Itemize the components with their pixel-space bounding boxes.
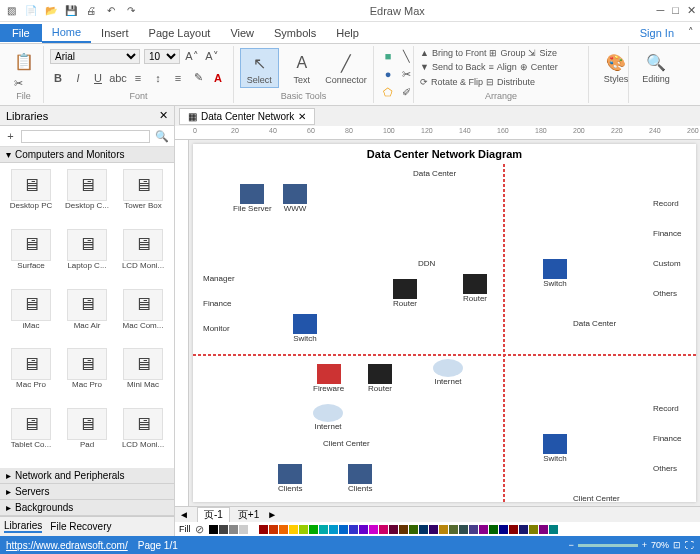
pentagon-icon[interactable]: ⬠ bbox=[380, 84, 396, 100]
bottom-tab-libraries[interactable]: Libraries bbox=[4, 520, 42, 533]
zoom-out-icon[interactable]: − bbox=[568, 540, 573, 550]
lib-section-network[interactable]: ▸Network and Peripherals bbox=[0, 468, 174, 484]
collapse-ribbon-icon[interactable]: ˄ bbox=[682, 26, 700, 39]
color-swatch[interactable] bbox=[229, 525, 238, 534]
bring-front-icon[interactable]: ▲ bbox=[420, 48, 429, 58]
color-swatch[interactable] bbox=[269, 525, 278, 534]
font-name-select[interactable]: Arial bbox=[50, 49, 140, 64]
zoom-slider[interactable] bbox=[578, 544, 638, 547]
bold-icon[interactable]: B bbox=[50, 70, 66, 86]
color-swatch[interactable] bbox=[439, 525, 448, 534]
italic-icon[interactable]: I bbox=[70, 70, 86, 86]
switch-icon[interactable] bbox=[293, 314, 317, 334]
shape-item[interactable]: 🖥Tower Box bbox=[116, 167, 170, 225]
open-icon[interactable]: 📂 bbox=[44, 4, 58, 18]
distribute-icon[interactable]: ⊟ bbox=[486, 77, 494, 87]
editing-button[interactable]: 🔍Editing bbox=[635, 48, 677, 86]
tab-insert[interactable]: Insert bbox=[91, 24, 139, 42]
file-tab[interactable]: File bbox=[0, 24, 42, 42]
lib-section-computers[interactable]: ▾Computers and Monitors bbox=[0, 147, 174, 163]
decrease-font-icon[interactable]: A˅ bbox=[204, 48, 220, 64]
font-color-icon[interactable]: A bbox=[210, 70, 226, 86]
search-icon[interactable]: 🔍 bbox=[154, 128, 170, 144]
sign-in-link[interactable]: Sign In bbox=[640, 27, 682, 39]
color-swatch[interactable] bbox=[499, 525, 508, 534]
next-page-icon[interactable]: ► bbox=[267, 509, 277, 520]
print-icon[interactable]: 🖨 bbox=[84, 4, 98, 18]
color-swatch[interactable] bbox=[289, 525, 298, 534]
lib-section-servers[interactable]: ▸Servers bbox=[0, 484, 174, 500]
undo-icon[interactable]: ↶ bbox=[104, 4, 118, 18]
color-swatch[interactable] bbox=[529, 525, 538, 534]
close-icon[interactable]: ✕ bbox=[687, 4, 696, 17]
color-swatch[interactable] bbox=[359, 525, 368, 534]
shape-item[interactable]: 🖥LCD Moni... bbox=[116, 406, 170, 464]
zoom-in-icon[interactable]: + bbox=[642, 540, 647, 550]
new-icon[interactable]: 📄 bbox=[24, 4, 38, 18]
color-swatch[interactable] bbox=[209, 525, 218, 534]
color-swatch[interactable] bbox=[419, 525, 428, 534]
square-shape-icon[interactable]: ■ bbox=[380, 48, 396, 64]
bullets-icon[interactable]: ≡ bbox=[130, 70, 146, 86]
increase-font-icon[interactable]: A˄ bbox=[184, 48, 200, 64]
color-swatch[interactable] bbox=[249, 525, 258, 534]
color-swatch[interactable] bbox=[309, 525, 318, 534]
shape-item[interactable]: 🖥Surface bbox=[4, 227, 58, 285]
document-tab[interactable]: ▦ Data Center Network ✕ bbox=[179, 108, 315, 125]
shape-item[interactable]: 🖥Pad bbox=[60, 406, 114, 464]
color-swatch[interactable] bbox=[509, 525, 518, 534]
add-page-tab[interactable]: 页+1 bbox=[238, 508, 259, 522]
color-swatch[interactable] bbox=[449, 525, 458, 534]
color-swatch[interactable] bbox=[539, 525, 548, 534]
no-fill-icon[interactable]: ⊘ bbox=[192, 521, 208, 537]
library-search-input[interactable] bbox=[21, 130, 150, 143]
color-swatch[interactable] bbox=[349, 525, 358, 534]
color-swatch[interactable] bbox=[329, 525, 338, 534]
spacing-icon[interactable]: ↕ bbox=[150, 70, 166, 86]
color-swatch[interactable] bbox=[469, 525, 478, 534]
shape-item[interactable]: 🖥Laptop C... bbox=[60, 227, 114, 285]
prev-page-icon[interactable]: ◄ bbox=[179, 509, 189, 520]
fit-page-icon[interactable]: ⊡ bbox=[673, 540, 681, 550]
router-icon[interactable] bbox=[393, 279, 417, 299]
shape-item[interactable]: 🖥Mac Pro bbox=[4, 346, 58, 404]
copy-icon[interactable]: ✂ bbox=[10, 75, 26, 91]
minimize-icon[interactable]: ─ bbox=[657, 4, 665, 17]
circle-shape-icon[interactable]: ● bbox=[380, 66, 396, 82]
line-shape-icon[interactable]: ╲ bbox=[398, 48, 414, 64]
server-icon[interactable] bbox=[240, 184, 264, 204]
cloud-icon[interactable] bbox=[433, 359, 463, 377]
color-swatch[interactable] bbox=[459, 525, 468, 534]
tab-home[interactable]: Home bbox=[42, 23, 91, 43]
tab-view[interactable]: View bbox=[220, 24, 264, 42]
color-swatch[interactable] bbox=[519, 525, 528, 534]
shape-item[interactable]: 🖥Tablet Co... bbox=[4, 406, 58, 464]
align-arr-icon[interactable]: ≡ bbox=[488, 62, 493, 72]
color-swatch[interactable] bbox=[389, 525, 398, 534]
lib-add-icon[interactable]: + bbox=[4, 128, 17, 144]
color-swatch[interactable] bbox=[429, 525, 438, 534]
align-icon[interactable]: ≡ bbox=[170, 70, 186, 86]
maximize-icon[interactable]: □ bbox=[672, 4, 679, 17]
shape-item[interactable]: 🖥Mac Com... bbox=[116, 287, 170, 345]
underline-icon[interactable]: U bbox=[90, 70, 106, 86]
close-panel-icon[interactable]: ✕ bbox=[159, 109, 168, 122]
status-url[interactable]: https://www.edrawsoft.com/ bbox=[6, 540, 128, 551]
connector-tool[interactable]: ╱Connector bbox=[325, 49, 367, 87]
tab-help[interactable]: Help bbox=[326, 24, 369, 42]
router-icon[interactable] bbox=[368, 364, 392, 384]
pc-icon[interactable] bbox=[278, 464, 302, 484]
shape-item[interactable]: 🖥iMac bbox=[4, 287, 58, 345]
pen-icon[interactable]: ✐ bbox=[398, 84, 414, 100]
switch-icon[interactable] bbox=[543, 259, 567, 279]
pc-icon[interactable] bbox=[348, 464, 372, 484]
close-tab-icon[interactable]: ✕ bbox=[298, 111, 306, 122]
cloud-icon[interactable] bbox=[313, 404, 343, 422]
lib-section-backgrounds[interactable]: ▸Backgrounds bbox=[0, 500, 174, 516]
color-swatch[interactable] bbox=[319, 525, 328, 534]
color-swatch[interactable] bbox=[279, 525, 288, 534]
shape-item[interactable]: 🖥Desktop C... bbox=[60, 167, 114, 225]
color-swatch[interactable] bbox=[339, 525, 348, 534]
redo-icon[interactable]: ↷ bbox=[124, 4, 138, 18]
color-swatch[interactable] bbox=[219, 525, 228, 534]
